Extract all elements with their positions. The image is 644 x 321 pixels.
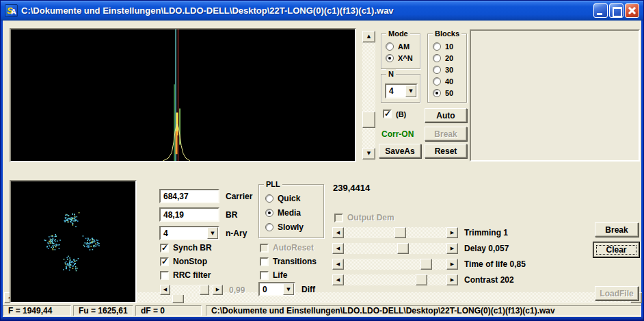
synch-br-checkbox[interactable]: Synch BR	[160, 243, 212, 253]
checkbox-icon	[160, 257, 169, 266]
chevron-down-icon[interactable]: ▼	[283, 283, 294, 295]
spectrum-vertical-scrollbar[interactable]: ▲ ▼	[362, 31, 375, 159]
saveas-button[interactable]: SaveAs	[379, 144, 421, 158]
close-button[interactable]	[625, 3, 639, 18]
n-group: N 4 ▼	[381, 74, 420, 103]
chevron-down-icon[interactable]: ▼	[207, 227, 218, 239]
slider-thumb[interactable]	[420, 259, 432, 270]
blocks-option-40[interactable]: 40	[433, 77, 453, 86]
diff-row: 0 ▼ Diff	[258, 282, 315, 296]
loadfile-button[interactable]: LoadFile	[595, 286, 639, 300]
pll-option-media[interactable]: Media	[265, 208, 301, 218]
arrow-right-icon[interactable]: ▶	[213, 285, 223, 295]
b-checkbox[interactable]: (B)	[383, 110, 406, 118]
window-controls	[593, 3, 639, 18]
slider-thumb[interactable]	[397, 243, 409, 254]
minimize-button[interactable]	[593, 3, 608, 18]
carrier-input[interactable]: 684,37	[159, 189, 219, 203]
mode-option-xn[interactable]: X^N	[386, 54, 413, 62]
arrow-left-icon[interactable]: ◀	[332, 243, 344, 254]
transitions-checkbox[interactable]: Transitions	[260, 257, 317, 266]
output-dem-checkbox[interactable]: Output Dem	[334, 213, 394, 222]
blocks-option-50[interactable]: 50	[433, 89, 453, 97]
delay-label: Delay 0,057	[464, 244, 509, 253]
time-of-life-slider-row: ◀ ▶ Time of life 0,85	[332, 259, 526, 270]
blocks-option-20[interactable]: 20	[433, 54, 453, 62]
chevron-down-icon[interactable]: ▼	[405, 85, 416, 97]
radio-icon	[265, 223, 273, 231]
arrow-right-icon[interactable]: ▶	[446, 243, 458, 254]
spectrum-plot	[11, 29, 355, 161]
arrow-left-icon[interactable]: ◀	[332, 259, 344, 270]
delay-slider[interactable]: ◀ ▶	[332, 243, 458, 254]
arrow-down-icon[interactable]: ▼	[362, 148, 375, 159]
pll-option-quick[interactable]: Quick	[265, 194, 300, 203]
scroll-thumb[interactable]	[362, 112, 375, 128]
blocks-group-title: Blocks	[433, 29, 461, 38]
focus-rect	[596, 245, 636, 255]
br-label: BR	[226, 210, 237, 220]
arrow-right-icon[interactable]: ▶	[446, 274, 458, 285]
arrow-up-icon[interactable]: ▲	[362, 31, 375, 42]
radio-icon	[386, 42, 394, 51]
mode-option-am[interactable]: AM	[386, 42, 410, 51]
constellation-display[interactable]	[10, 180, 137, 303]
checkbox-icon	[160, 244, 169, 253]
window-title: C:\Dokumente und Einstellungen\LDO.LDO-D…	[21, 5, 590, 16]
status-filepath: C:\Dokumente und Einstellungen\LDO.LDO-D…	[206, 305, 641, 316]
nary-label: n-Ary	[226, 229, 247, 238]
blocks-option-10[interactable]: 10	[433, 42, 453, 51]
arrow-left-icon[interactable]: ◀	[332, 274, 344, 285]
maximize-button[interactable]	[609, 3, 623, 18]
arrow-right-icon[interactable]: ▶	[446, 227, 458, 238]
radio-icon	[433, 66, 441, 74]
diff-label: Diff	[301, 285, 315, 294]
checkbox-icon	[160, 271, 169, 280]
radio-icon	[433, 89, 441, 97]
contrast-slider[interactable]: ◀ ▶	[332, 274, 458, 285]
contrast-slider-row: ◀ ▶ Contrast 202	[332, 274, 514, 285]
nary-row: 4 ▼ n-Ary	[159, 226, 247, 240]
rrc-filter-checkbox[interactable]: RRC filter	[160, 270, 211, 280]
diff-select[interactable]: 0 ▼	[258, 282, 295, 296]
app-icon-letter-a: A	[11, 7, 16, 16]
n-group-title: N	[386, 69, 396, 79]
contrast-label: Contrast 202	[464, 275, 514, 285]
break-top-button[interactable]: Break	[425, 127, 467, 141]
trimming-slider[interactable]: ◀ ▶	[332, 227, 458, 238]
br-input[interactable]: 48,19	[159, 207, 219, 222]
nary-select[interactable]: 4 ▼	[159, 226, 219, 240]
autoreset-checkbox[interactable]: AutoReset	[260, 243, 314, 253]
slider-thumb[interactable]	[200, 285, 209, 295]
title-bar[interactable]: S A C:\Dokumente und Einstellungen\LDO.L…	[1, 1, 643, 21]
checkbox-icon	[260, 271, 269, 280]
frequency-readout: 239,4414	[333, 183, 370, 193]
reset-button[interactable]: Reset	[425, 144, 467, 158]
time-of-life-slider[interactable]: ◀ ▶	[332, 259, 458, 270]
radio-icon	[265, 209, 273, 217]
nonstop-checkbox[interactable]: NonStop	[160, 257, 207, 266]
pll-group: PLL Quick Media Slowly	[258, 184, 324, 238]
pll-option-slowly[interactable]: Slowly	[265, 222, 304, 232]
client-area: ▲ ▼ Mode AM X^N Blocks 10	[3, 21, 641, 305]
clear-button[interactable]: Clear	[593, 242, 639, 257]
blocks-option-30[interactable]: 30	[433, 66, 453, 74]
blocks-group: Blocks 10 20 30 40 50	[427, 34, 467, 103]
corr-status-label: Corr-ON	[381, 129, 414, 139]
break-button[interactable]: Break	[595, 222, 639, 237]
trimming-label: Trimming 1	[464, 228, 508, 237]
arrow-right-icon[interactable]: ▶	[446, 259, 458, 270]
spectrum-display[interactable]	[10, 28, 356, 162]
status-df: dF = 0	[135, 305, 202, 316]
auto-button[interactable]: Auto	[425, 108, 467, 123]
slider-thumb[interactable]	[394, 227, 406, 238]
life-checkbox[interactable]: Life	[260, 270, 287, 280]
constellation-plot	[11, 181, 135, 302]
rrc-slider[interactable]: ◀ ▶	[160, 285, 223, 295]
n-select[interactable]: 4 ▼	[385, 84, 418, 99]
arrow-left-icon[interactable]: ◀	[332, 227, 344, 238]
checkbox-icon	[334, 214, 343, 222]
slider-thumb[interactable]	[416, 274, 427, 285]
trimming-slider-row: ◀ ▶ Trimming 1	[332, 227, 508, 238]
arrow-left-icon[interactable]: ◀	[160, 285, 170, 295]
